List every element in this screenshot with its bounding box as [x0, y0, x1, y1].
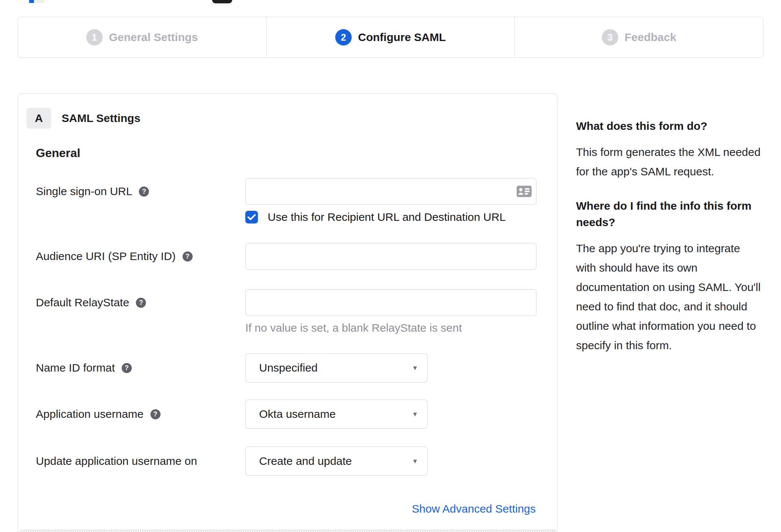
step-1-number-badge: 1: [86, 29, 103, 46]
sso-url-label: Single sign-on URL: [36, 184, 132, 198]
audience-uri-input-wrap: [245, 243, 536, 270]
relay-state-input-wrap: [245, 289, 536, 316]
help-answer-2: The app you're trying to integrate with …: [576, 239, 763, 355]
relay-state-hint: If no value is set, a blank RelayState i…: [245, 321, 557, 335]
relay-state-input[interactable]: [245, 289, 536, 316]
advanced-settings-row: Show Advanced Settings: [18, 503, 536, 515]
help-question-1: What does this form do?: [576, 118, 763, 134]
help-icon[interactable]: ?: [136, 298, 146, 308]
step-1-label: General Settings: [109, 31, 198, 44]
chevron-down-icon: ▼: [412, 458, 418, 464]
step-feedback[interactable]: 3 Feedback: [514, 17, 763, 57]
help-icon[interactable]: ?: [139, 187, 149, 197]
step-general-settings[interactable]: 1 General Settings: [18, 17, 266, 57]
cutoff-text-fragment: [35, 0, 45, 3]
audience-uri-label: Audience URI (SP Entity ID): [36, 249, 176, 263]
field-row-audience-uri: Audience URI (SP Entity ID) ?: [36, 243, 557, 270]
sso-url-input[interactable]: [245, 178, 536, 205]
cutoff-button-fragment: [212, 0, 232, 3]
section-letter-badge: A: [27, 108, 51, 129]
step-3-label: Feedback: [625, 31, 676, 44]
name-id-format-label: Name ID format: [36, 361, 115, 375]
relay-state-label-cell: Default RelayState ?: [36, 295, 245, 310]
audience-uri-label-cell: Audience URI (SP Entity ID) ?: [36, 249, 245, 263]
field-row-relay-state: Default RelayState ?: [36, 289, 557, 316]
application-username-select[interactable]: Okta username ▼: [245, 400, 427, 429]
help-sidebar: What does this form do? This form genera…: [576, 93, 763, 372]
wizard-stepper: 1 General Settings 2 Configure SAML 3 Fe…: [18, 17, 763, 58]
recipient-url-checkbox-row: Use this for Recipient URL and Destinati…: [245, 210, 557, 224]
update-app-username-selected-value: Create and update: [259, 455, 352, 467]
page-content: A SAML Settings General Single sign-on U…: [18, 93, 763, 532]
checkmark-icon: [248, 214, 256, 220]
field-row-sso-url: Single sign-on URL ?: [36, 178, 557, 205]
general-section-heading: General: [36, 146, 557, 160]
name-id-format-selected-value: Unspecified: [259, 362, 318, 374]
application-username-selected-value: Okta username: [259, 408, 336, 420]
panel-header: A SAML Settings: [27, 108, 557, 129]
sso-url-input-wrap: [245, 178, 536, 205]
help-question-2: Where do I find the info this form needs…: [576, 198, 763, 231]
name-id-format-select[interactable]: Unspecified ▼: [245, 353, 427, 382]
use-for-recipient-checkbox-label: Use this for Recipient URL and Destinati…: [268, 210, 506, 224]
audience-uri-input[interactable]: [245, 243, 536, 270]
cutoff-link-fragment: [29, 0, 34, 3]
section-divider-dashed: [21, 530, 556, 531]
help-icon[interactable]: ?: [183, 251, 193, 262]
update-app-username-label-cell: Update application username on: [36, 454, 245, 468]
panel-title: SAML Settings: [62, 112, 140, 125]
field-row-name-id-format: Name ID format ? Unspecified ▼: [36, 353, 557, 382]
application-username-label: Application username: [36, 407, 144, 421]
update-app-username-select[interactable]: Create and update ▼: [245, 447, 427, 476]
relay-state-label: Default RelayState: [36, 295, 129, 310]
step-2-number-badge: 2: [335, 29, 352, 46]
chevron-down-icon: ▼: [412, 365, 418, 371]
sso-url-label-cell: Single sign-on URL ?: [36, 184, 245, 198]
help-icon[interactable]: ?: [122, 363, 132, 373]
field-row-application-username: Application username ? Okta username ▼: [36, 400, 557, 429]
step-configure-saml[interactable]: 2 Configure SAML: [266, 17, 515, 57]
saml-settings-panel: A SAML Settings General Single sign-on U…: [18, 93, 557, 532]
name-id-format-label-cell: Name ID format ?: [36, 361, 245, 375]
step-2-label: Configure SAML: [358, 31, 446, 44]
application-username-label-cell: Application username ?: [36, 407, 245, 421]
update-app-username-label: Update application username on: [36, 454, 197, 468]
step-3-number-badge: 3: [602, 29, 618, 46]
contact-card-icon[interactable]: [517, 186, 532, 197]
help-icon[interactable]: ?: [150, 409, 161, 419]
field-row-update-app-username: Update application username on Create an…: [36, 447, 557, 476]
use-for-recipient-checkbox[interactable]: [245, 211, 258, 223]
help-answer-1: This form generates the XML needed for t…: [576, 143, 763, 181]
chevron-down-icon: ▼: [412, 411, 418, 417]
show-advanced-settings-link[interactable]: Show Advanced Settings: [412, 503, 536, 515]
